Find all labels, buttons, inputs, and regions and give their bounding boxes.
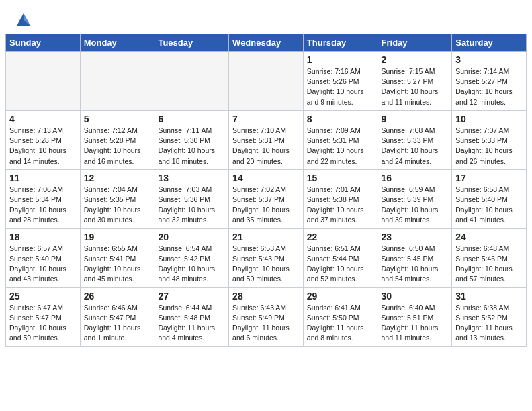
calendar-header-friday: Friday [378, 34, 452, 52]
day-number: 11 [9, 173, 77, 183]
day-info: Sunrise: 7:15 AM Sunset: 5:27 PM Dayligh… [382, 66, 449, 107]
calendar-day-28: 28Sunrise: 6:43 AM Sunset: 5:49 PM Dayli… [229, 287, 304, 347]
calendar-header-sunday: Sunday [6, 34, 81, 52]
calendar-header-tuesday: Tuesday [154, 34, 229, 52]
calendar-header-thursday: Thursday [303, 34, 378, 52]
calendar-day-8: 8Sunrise: 7:09 AM Sunset: 5:31 PM Daylig… [303, 110, 378, 169]
day-number: 14 [232, 173, 300, 183]
calendar-day-empty [229, 52, 304, 111]
calendar-day-22: 22Sunrise: 6:51 AM Sunset: 5:44 PM Dayli… [303, 228, 378, 287]
calendar-day-12: 12Sunrise: 7:04 AM Sunset: 5:35 PM Dayli… [80, 169, 154, 228]
day-number: 18 [9, 232, 77, 242]
calendar-header-wednesday: Wednesday [229, 34, 304, 52]
day-info: Sunrise: 6:55 AM Sunset: 5:41 PM Dayligh… [84, 244, 151, 285]
day-info: Sunrise: 7:12 AM Sunset: 5:28 PM Dayligh… [84, 126, 151, 167]
day-number: 3 [455, 54, 523, 65]
calendar-header-row: SundayMondayTuesdayWednesdayThursdayFrid… [6, 34, 527, 52]
day-info: Sunrise: 6:54 AM Sunset: 5:42 PM Dayligh… [158, 244, 225, 285]
logo [13, 11, 32, 28]
day-number: 16 [382, 173, 449, 183]
day-info: Sunrise: 6:58 AM Sunset: 5:40 PM Dayligh… [455, 185, 523, 226]
day-number: 9 [382, 113, 449, 124]
day-info: Sunrise: 7:02 AM Sunset: 5:37 PM Dayligh… [232, 185, 300, 226]
day-info: Sunrise: 6:57 AM Sunset: 5:40 PM Dayligh… [9, 244, 77, 285]
day-number: 21 [232, 232, 300, 242]
day-info: Sunrise: 7:09 AM Sunset: 5:31 PM Dayligh… [307, 126, 374, 167]
header [0, 0, 532, 34]
day-info: Sunrise: 7:13 AM Sunset: 5:28 PM Dayligh… [9, 126, 77, 167]
day-number: 30 [382, 291, 449, 302]
day-number: 27 [158, 291, 225, 302]
day-info: Sunrise: 6:50 AM Sunset: 5:45 PM Dayligh… [382, 244, 449, 285]
calendar-day-14: 14Sunrise: 7:02 AM Sunset: 5:37 PM Dayli… [229, 169, 304, 228]
calendar-week-row: 18Sunrise: 6:57 AM Sunset: 5:40 PM Dayli… [6, 228, 527, 287]
calendar-day-23: 23Sunrise: 6:50 AM Sunset: 5:45 PM Dayli… [378, 228, 452, 287]
calendar-day-25: 25Sunrise: 6:47 AM Sunset: 5:47 PM Dayli… [6, 287, 81, 347]
calendar-day-31: 31Sunrise: 6:38 AM Sunset: 5:52 PM Dayli… [452, 287, 527, 347]
calendar-day-19: 19Sunrise: 6:55 AM Sunset: 5:41 PM Dayli… [80, 228, 154, 287]
day-info: Sunrise: 7:08 AM Sunset: 5:33 PM Dayligh… [382, 126, 449, 167]
day-info: Sunrise: 6:46 AM Sunset: 5:47 PM Dayligh… [84, 303, 151, 344]
calendar-day-18: 18Sunrise: 6:57 AM Sunset: 5:40 PM Dayli… [6, 228, 81, 287]
calendar-day-24: 24Sunrise: 6:48 AM Sunset: 5:46 PM Dayli… [452, 228, 527, 287]
day-info: Sunrise: 7:07 AM Sunset: 5:33 PM Dayligh… [455, 126, 523, 167]
calendar-week-row: 4Sunrise: 7:13 AM Sunset: 5:28 PM Daylig… [6, 110, 527, 169]
logo-icon [15, 11, 32, 28]
day-info: Sunrise: 7:03 AM Sunset: 5:36 PM Dayligh… [158, 185, 225, 226]
calendar-week-row: 11Sunrise: 7:06 AM Sunset: 5:34 PM Dayli… [6, 169, 527, 228]
calendar-day-6: 6Sunrise: 7:11 AM Sunset: 5:30 PM Daylig… [154, 110, 229, 169]
calendar-day-16: 16Sunrise: 6:59 AM Sunset: 5:39 PM Dayli… [378, 169, 452, 228]
calendar-day-9: 9Sunrise: 7:08 AM Sunset: 5:33 PM Daylig… [378, 110, 452, 169]
day-info: Sunrise: 6:53 AM Sunset: 5:43 PM Dayligh… [232, 244, 300, 285]
day-number: 10 [455, 113, 523, 124]
day-info: Sunrise: 7:14 AM Sunset: 5:27 PM Dayligh… [455, 66, 523, 107]
logo-text [13, 11, 32, 28]
day-number: 5 [84, 113, 151, 124]
calendar-day-21: 21Sunrise: 6:53 AM Sunset: 5:43 PM Dayli… [229, 228, 304, 287]
day-number: 15 [307, 173, 374, 183]
day-info: Sunrise: 6:44 AM Sunset: 5:48 PM Dayligh… [158, 303, 225, 344]
day-number: 28 [232, 291, 300, 302]
calendar-week-row: 1Sunrise: 7:16 AM Sunset: 5:26 PM Daylig… [6, 52, 527, 111]
day-number: 25 [9, 291, 77, 302]
day-info: Sunrise: 7:16 AM Sunset: 5:26 PM Dayligh… [307, 66, 374, 107]
calendar-day-3: 3Sunrise: 7:14 AM Sunset: 5:27 PM Daylig… [452, 52, 527, 111]
day-info: Sunrise: 7:06 AM Sunset: 5:34 PM Dayligh… [9, 185, 77, 226]
calendar-day-7: 7Sunrise: 7:10 AM Sunset: 5:31 PM Daylig… [229, 110, 304, 169]
calendar-day-5: 5Sunrise: 7:12 AM Sunset: 5:28 PM Daylig… [80, 110, 154, 169]
calendar-day-2: 2Sunrise: 7:15 AM Sunset: 5:27 PM Daylig… [378, 52, 452, 111]
calendar-day-26: 26Sunrise: 6:46 AM Sunset: 5:47 PM Dayli… [80, 287, 154, 347]
day-info: Sunrise: 6:47 AM Sunset: 5:47 PM Dayligh… [9, 303, 77, 344]
day-number: 4 [9, 113, 77, 124]
calendar-day-29: 29Sunrise: 6:41 AM Sunset: 5:50 PM Dayli… [303, 287, 378, 347]
day-number: 26 [84, 291, 151, 302]
day-number: 22 [307, 232, 374, 242]
calendar-day-empty [6, 52, 81, 111]
calendar-day-15: 15Sunrise: 7:01 AM Sunset: 5:38 PM Dayli… [303, 169, 378, 228]
calendar-day-4: 4Sunrise: 7:13 AM Sunset: 5:28 PM Daylig… [6, 110, 81, 169]
day-number: 20 [158, 232, 225, 242]
day-number: 7 [232, 113, 300, 124]
day-info: Sunrise: 6:51 AM Sunset: 5:44 PM Dayligh… [307, 244, 374, 285]
calendar-day-30: 30Sunrise: 6:40 AM Sunset: 5:51 PM Dayli… [378, 287, 452, 347]
calendar-day-17: 17Sunrise: 6:58 AM Sunset: 5:40 PM Dayli… [452, 169, 527, 228]
calendar-week-row: 25Sunrise: 6:47 AM Sunset: 5:47 PM Dayli… [6, 287, 527, 347]
day-info: Sunrise: 6:48 AM Sunset: 5:46 PM Dayligh… [455, 244, 523, 285]
day-number: 24 [455, 232, 523, 242]
calendar-day-empty [80, 52, 154, 111]
day-info: Sunrise: 7:11 AM Sunset: 5:30 PM Dayligh… [158, 126, 225, 167]
day-info: Sunrise: 6:38 AM Sunset: 5:52 PM Dayligh… [455, 303, 523, 344]
calendar-day-27: 27Sunrise: 6:44 AM Sunset: 5:48 PM Dayli… [154, 287, 229, 347]
day-number: 19 [84, 232, 151, 242]
day-number: 17 [455, 173, 523, 183]
day-number: 31 [455, 291, 523, 302]
calendar-day-1: 1Sunrise: 7:16 AM Sunset: 5:26 PM Daylig… [303, 52, 378, 111]
day-number: 29 [307, 291, 374, 302]
day-number: 23 [382, 232, 449, 242]
day-info: Sunrise: 7:04 AM Sunset: 5:35 PM Dayligh… [84, 185, 151, 226]
day-info: Sunrise: 6:40 AM Sunset: 5:51 PM Dayligh… [382, 303, 449, 344]
calendar-table: SundayMondayTuesdayWednesdayThursdayFrid… [5, 34, 527, 347]
calendar-header-monday: Monday [80, 34, 154, 52]
calendar-day-empty [154, 52, 229, 111]
day-number: 1 [307, 54, 374, 65]
